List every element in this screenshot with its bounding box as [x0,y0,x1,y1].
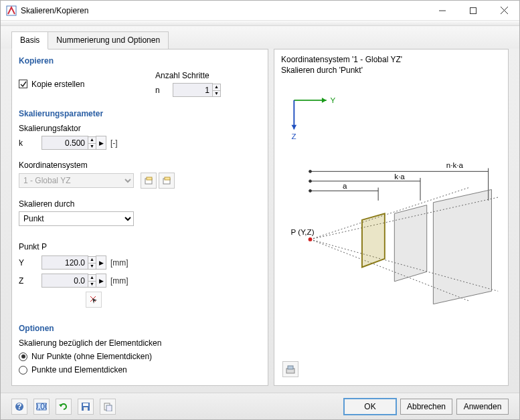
scale-by-label: Skalieren durch [19,199,261,209]
n-label: n [155,86,166,95]
steps-label: Anzahl Schritte [155,71,209,80]
coord-new-button[interactable] [141,173,157,189]
pick-point-button[interactable] [86,292,102,308]
apply-button[interactable]: Anwenden [456,399,509,415]
svg-text:0,00: 0,00 [36,402,47,411]
k-label: k [19,138,29,148]
preview-panel: Koordinatensystem '1 - Global YZ' Skalie… [274,49,509,386]
radio-label: Nur Punkte (ohne Elementdicken) [31,352,152,361]
section-copy: Kopieren [19,56,261,66]
svg-rect-49 [106,405,112,411]
steps-input[interactable] [173,83,213,97]
svg-point-36 [309,237,313,241]
svg-marker-15 [291,125,296,130]
scale-factor-input[interactable] [41,136,88,150]
point-y-menu[interactable]: ▶ [96,255,106,270]
svg-rect-2 [470,7,476,13]
radio-label: Punkte und Elementdicken [31,365,127,375]
options-subtitle: Skalierung bezüglich der Elementdicken [19,338,261,348]
preview-line2: Skalieren durch 'Punkt' [281,66,501,76]
titlebar: Skalieren/Kopieren [1,1,519,21]
radio-dot-icon [19,352,27,361]
minimize-button[interactable] [427,1,458,20]
help-button[interactable]: ? [11,399,27,415]
point-z-menu[interactable]: ▶ [96,274,106,288]
window-title: Skalieren/Kopieren [21,6,427,15]
close-button[interactable] [489,1,519,20]
svg-rect-6 [147,177,152,180]
footer: ? 0,00 OK Abbrechen Anwenden [1,393,519,419]
coord-edit-button[interactable] [159,173,175,189]
checkbox-label: Kopie erstellen [31,80,84,89]
point-p-label: Punkt P [19,242,261,251]
tab-label: Basis [20,35,39,45]
units-button[interactable]: 0,00 [33,399,50,415]
scale-by-select[interactable]: Punkt [19,211,134,226]
coord-label: Koordinatensystem [19,161,261,170]
toolbar-spacer [1,21,519,26]
svg-text:k·a: k·a [394,172,405,181]
ok-button[interactable]: OK [344,399,396,415]
section-scaling: Skalierungsparameter [19,109,261,118]
tab-label: Nummerierung und Optionen [56,35,160,45]
svg-text:n·k·a: n·k·a [446,161,464,170]
radio-circle-icon [19,366,27,375]
app-icon [6,5,17,16]
create-copy-checkbox[interactable]: Kopie erstellen [19,80,84,89]
steps-spinner[interactable]: ▲▼ [212,84,221,97]
z-unit: [mm] [110,276,128,286]
svg-point-22 [309,190,312,193]
svg-marker-33 [362,213,385,267]
tab-numbering[interactable]: Nummerierung und Optionen [48,31,169,49]
left-panel: Kopieren Kopie erstellen Anzahl Schritte… [11,49,268,386]
preview-settings-button[interactable] [282,361,298,377]
preview-diagram: Y Z n·k [281,81,501,379]
svg-marker-35 [433,190,491,304]
checkmark-icon [19,80,27,88]
svg-text:P (Y,Z): P (Y,Z) [291,227,315,236]
svg-marker-12 [322,98,327,103]
svg-text:Y: Y [331,96,336,104]
svg-point-21 [309,180,312,183]
y-unit: [mm] [110,258,128,268]
svg-rect-47 [84,407,88,411]
cancel-button[interactable]: Abbrechen [400,399,452,415]
coord-system-select: 1 - Global YZ [19,173,134,188]
svg-text:a: a [343,182,347,191]
svg-point-20 [309,171,312,173]
preview-line1: Koordinatensystem '1 - Global YZ' [281,55,501,66]
svg-rect-39 [288,366,293,369]
save-default-button[interactable] [78,399,94,415]
z-label: Z [19,276,29,286]
radio-points-only[interactable]: Nur Punkte (ohne Elementdicken) [19,352,261,361]
tab-strip: Basis Nummerierung und Optionen [1,26,519,49]
svg-rect-8 [165,177,170,180]
section-options: Optionen [19,324,261,333]
k-unit: [-] [110,138,118,148]
svg-text:?: ? [17,402,21,411]
point-y-input[interactable] [41,255,88,270]
reset-button[interactable] [56,399,72,415]
clipboard-button[interactable] [100,399,116,415]
scale-factor-menu[interactable]: ▶ [96,136,106,150]
y-label: Y [19,258,29,268]
tab-basis[interactable]: Basis [11,31,48,49]
svg-rect-46 [83,403,88,406]
point-z-input[interactable] [41,274,88,288]
svg-marker-34 [394,205,426,282]
maximize-button[interactable] [458,1,489,20]
svg-text:Z: Z [291,132,296,140]
factor-label: Skalierungsfaktor [19,124,261,133]
radio-points-and-thickness[interactable]: Punkte und Elementdicken [19,365,261,375]
